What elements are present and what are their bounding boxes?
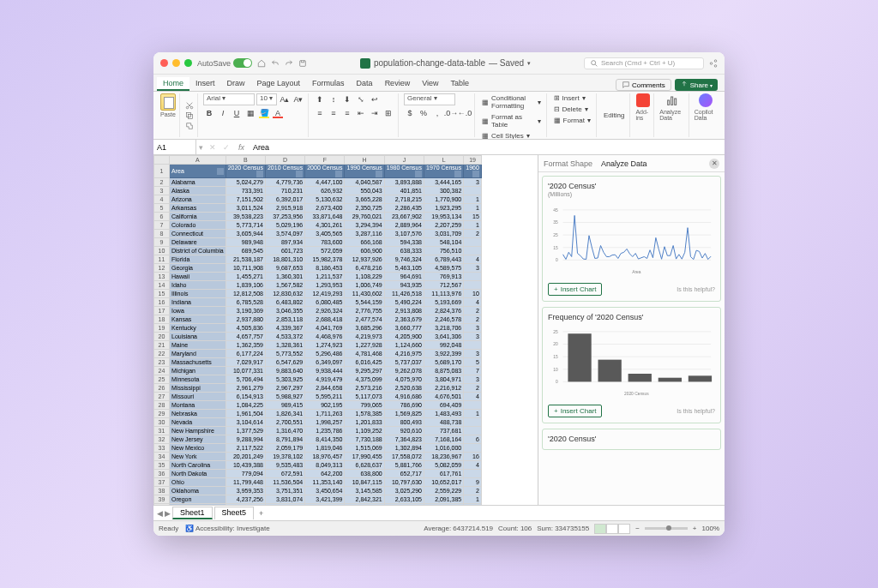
cell[interactable]: 5,689,170 [424, 358, 464, 367]
table-header-cell[interactable]: 1970 Census [424, 165, 464, 178]
cell[interactable]: 15 [464, 213, 482, 221]
cell[interactable]: 2,926,324 [305, 307, 345, 315]
decrease-font-icon[interactable]: A▾ [292, 93, 304, 105]
cell[interactable]: 1,515,069 [345, 444, 384, 453]
table-row[interactable]: 4Arizona7,151,5026,392,0175,130,6323,665… [154, 195, 482, 204]
share-icon[interactable] [709, 59, 718, 68]
cell[interactable]: 4,375,099 [345, 375, 384, 384]
cell[interactable]: 4,676,501 [424, 393, 464, 401]
cell[interactable]: 33,871,648 [305, 213, 345, 221]
cell[interactable]: New Hampshire [170, 427, 226, 435]
cell[interactable]: 1,302,894 [384, 444, 424, 453]
row-header[interactable]: 14 [154, 281, 170, 290]
helpful-link[interactable]: Is this helpful? [677, 408, 715, 414]
panel-tab-format-shape[interactable]: Format Shape [544, 159, 592, 168]
comma-icon[interactable]: , [431, 107, 443, 119]
cell[interactable]: 4,219,973 [345, 333, 384, 341]
zoom-level[interactable]: 100% [702, 525, 719, 532]
format-as-table[interactable]: ▦ Format as Table ▾ [480, 112, 543, 129]
helpful-link[interactable]: Is this helpful? [677, 286, 715, 292]
cell[interactable]: 2,117,522 [226, 444, 265, 453]
cell[interactable]: 4 [464, 461, 482, 470]
cell[interactable]: 989,415 [265, 401, 304, 410]
ribbon-tab-insert[interactable]: Insert [189, 77, 221, 91]
cell[interactable]: 11,799,448 [226, 478, 265, 487]
insert-chart-button[interactable]: + Insert Chart [548, 405, 602, 417]
cell[interactable]: 710,231 [265, 187, 304, 195]
cell[interactable]: 1,108,229 [345, 273, 384, 281]
cell[interactable]: Hawaii [170, 273, 226, 281]
dec-decimal-icon[interactable]: ←.0 [459, 107, 471, 119]
table-row[interactable]: 12Georgia10,711,9089,687,6538,186,4536,4… [154, 264, 482, 273]
cell[interactable]: 6,483,802 [265, 298, 304, 307]
cell[interactable]: 3 [464, 375, 482, 384]
table-header-cell[interactable]: 2010 Census [265, 165, 304, 178]
cell[interactable]: 3,421,399 [305, 495, 345, 504]
insert-chart-button[interactable]: + Insert Chart [548, 283, 602, 296]
cell[interactable]: 8,791,894 [265, 435, 304, 444]
cell[interactable]: 3,025,290 [384, 487, 424, 495]
row-header[interactable]: 12 [154, 264, 170, 273]
cell[interactable]: Nebraska [170, 410, 226, 418]
cell[interactable]: 12,702,379 [265, 504, 304, 506]
cell[interactable]: 7 [464, 367, 482, 375]
cell[interactable]: 3,751,351 [265, 487, 304, 495]
row-header[interactable]: 17 [154, 307, 170, 315]
cell[interactable]: 4,447,100 [305, 178, 345, 187]
col-header[interactable]: H [345, 156, 384, 165]
cell[interactable]: 2,059,179 [265, 444, 304, 453]
cell[interactable]: Georgia [170, 264, 226, 273]
format-painter-icon[interactable] [185, 122, 194, 130]
cell[interactable]: 4,505,836 [226, 324, 265, 333]
cell[interactable]: 10 [464, 290, 482, 298]
col-header[interactable]: A [170, 156, 226, 165]
row-header[interactable]: 37 [154, 478, 170, 487]
cell[interactable]: 5,490,224 [384, 298, 424, 307]
cell[interactable]: 16 [464, 453, 482, 461]
cell[interactable]: 3,959,353 [226, 487, 265, 495]
cell[interactable]: 6,628,637 [345, 461, 384, 470]
table-row[interactable]: 39Oregon4,237,2563,831,0743,421,3992,842… [154, 495, 482, 504]
cell[interactable]: 6,392,017 [265, 195, 304, 204]
cell[interactable]: 20,201,249 [226, 453, 265, 461]
search-input[interactable]: Search (Cmd + Ctrl + U) [584, 57, 704, 69]
cell[interactable]: Delaware [170, 238, 226, 247]
comments-button[interactable]: Comments [616, 79, 671, 91]
table-row[interactable]: 29Nebraska1,961,5041,826,3411,711,2631,5… [154, 410, 482, 418]
cell[interactable]: New York [170, 453, 226, 461]
cell[interactable]: 3,831,074 [265, 495, 304, 504]
cell[interactable]: 1 [464, 195, 482, 204]
cell[interactable]: 18,976,457 [305, 453, 345, 461]
cell[interactable]: 10,711,908 [226, 264, 265, 273]
cell[interactable]: 11,793,909 [424, 504, 464, 506]
cancel-formula-icon[interactable]: ✕ [206, 143, 220, 152]
cell[interactable]: 3,574,097 [265, 230, 304, 238]
row-header[interactable]: 7 [154, 221, 170, 230]
cell[interactable] [464, 427, 482, 435]
cell[interactable]: 5,988,927 [265, 393, 304, 401]
close-panel-icon[interactable]: ✕ [709, 159, 719, 169]
cell[interactable]: 3,922,399 [424, 350, 464, 358]
cell[interactable]: 3,104,614 [226, 418, 265, 427]
cell[interactable]: 6,349,097 [305, 358, 345, 367]
row-header[interactable]: 11 [154, 255, 170, 264]
cell[interactable]: 2,961,279 [226, 384, 265, 393]
cell[interactable]: 2,286,435 [384, 204, 424, 213]
cell[interactable]: 1,362,359 [226, 341, 265, 350]
font-color-button[interactable]: A [272, 107, 284, 119]
bold-button[interactable]: B [203, 107, 215, 119]
cell[interactable]: 943,935 [384, 281, 424, 290]
merge-icon[interactable]: ⊞ [382, 107, 394, 119]
cell[interactable]: 12,281,054 [305, 504, 345, 506]
cell[interactable]: 4,216,975 [384, 350, 424, 358]
cell[interactable]: 6,154,913 [226, 393, 265, 401]
cell[interactable]: 1,711,263 [305, 410, 345, 418]
cell[interactable]: 12,812,508 [226, 290, 265, 298]
cell[interactable]: 9,295,297 [345, 367, 384, 375]
underline-button[interactable]: U [231, 107, 243, 119]
cell[interactable]: 2,559,229 [424, 487, 464, 495]
cell[interactable]: 3 [464, 333, 482, 341]
cell[interactable] [464, 247, 482, 255]
cell[interactable]: 4,301,261 [305, 221, 345, 230]
cell[interactable]: Colorado [170, 221, 226, 230]
